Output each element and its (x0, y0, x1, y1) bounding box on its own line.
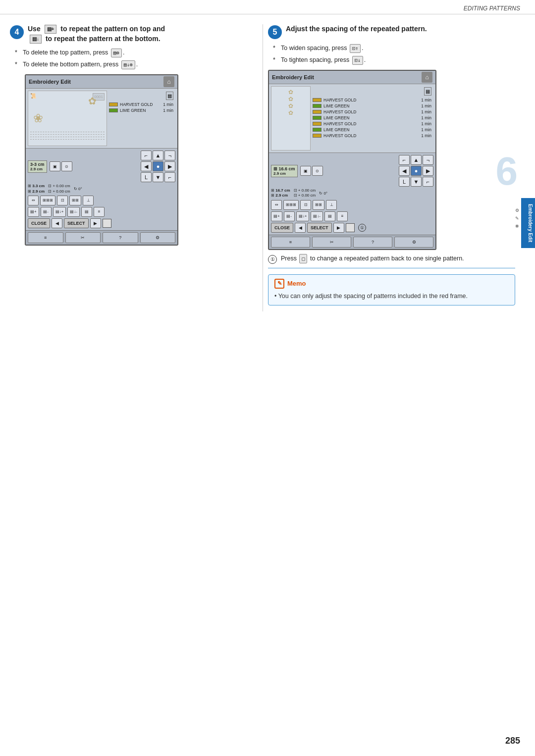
spacing-btn[interactable]: ⊡ (57, 196, 68, 205)
pos-row-left: ⊞ 3.3 cm ⊞ 2.9 cm ⊡ + 0.00 cm ⊡ + 0.00 c… (28, 184, 175, 194)
repeat-btn-4[interactable]: ▤↓- (67, 207, 80, 217)
next-arrow-right[interactable]: ▶ (333, 223, 344, 233)
repeat-r-btn-1[interactable]: ▤+ (271, 211, 282, 221)
icon-edit: ✎ (515, 216, 519, 221)
btn-r-left[interactable]: ◀ (399, 166, 410, 176)
btn-r-center[interactable]: ● (411, 166, 422, 176)
color-icon-1[interactable]: ▣ (50, 161, 60, 171)
align-btn[interactable]: ⊥ (83, 196, 94, 205)
dashed-lines-left (30, 132, 105, 142)
btn-top-left-corner[interactable]: ⌐ (141, 151, 152, 160)
small-square-right[interactable] (346, 223, 355, 232)
multi2-btn-r[interactable]: ⊞⊞ (313, 200, 324, 210)
repeat-btn-2[interactable]: ▤- (41, 207, 52, 217)
extra-icon: ❋ (515, 224, 519, 229)
memo-title: ✎ Memo (274, 279, 509, 289)
swatch-r-green-2 (313, 116, 321, 120)
btn-up[interactable]: ▲ (153, 151, 163, 160)
btn-r-bl[interactable]: L (399, 177, 410, 187)
color-icon-r1[interactable]: ▣ (300, 166, 311, 176)
btn-r-tr[interactable]: ¬ (423, 155, 433, 165)
repeat-btn-3[interactable]: ▤↓+ (53, 207, 66, 217)
nav-menu-right[interactable]: ≡ (271, 237, 310, 248)
flower-icon-top: ✿ (88, 95, 97, 107)
btn-bot-right-corner[interactable]: ⌐ (164, 172, 175, 182)
btn-r-tl[interactable]: ⌐ (399, 155, 410, 165)
multi-btn-r[interactable]: ⊞⊞⊞ (283, 200, 299, 210)
repeat-btn-5[interactable]: ▤ (81, 207, 92, 217)
repeat-top-icon: ▤+ (45, 25, 57, 34)
prev-arrow-right[interactable]: ◀ (295, 223, 306, 233)
home-icon-left[interactable]: ⌂ (163, 76, 174, 87)
btn-bot-left-corner[interactable]: L (141, 172, 152, 182)
emb-pattern-right: ✿ ✿ ✿ ✿ (271, 86, 311, 151)
select-button-left[interactable]: SELECT (64, 218, 89, 228)
btn-right[interactable]: ▶ (164, 161, 175, 171)
repeat-r-btn-2[interactable]: ▤- (284, 211, 295, 221)
emb-nav-right: ≡ ✂ ? ⚙ (269, 235, 435, 249)
repeat-r-btn-4[interactable]: ▤↓- (311, 211, 323, 221)
close-button-left[interactable]: CLOSE (28, 218, 50, 228)
swatch-r-green-1 (313, 104, 321, 108)
next-arrow-left[interactable]: ▶ (90, 218, 101, 228)
thread-right-3: HARVEST GOLD 1 min (313, 109, 431, 114)
swatch-r-gold-1 (313, 98, 321, 102)
repeat-row-right: ▤+ ▤- ▤↓+ ▤↓- ▤ ≡ (271, 211, 433, 221)
multi-btn[interactable]: ⊞⊞⊞ (40, 196, 55, 205)
nav-stitch-left[interactable]: ✂ (65, 232, 101, 243)
edit-icon: ✎ (515, 216, 519, 221)
btn-down[interactable]: ▼ (153, 172, 163, 182)
mirror-row-right: ⇔ ⊞⊞⊞ ⊡ ⊞⊞ ⊥ (271, 200, 433, 210)
multi2-btn[interactable]: ⊞⊞ (69, 196, 81, 205)
repeat-r-btn-3[interactable]: ▤↓+ (296, 211, 310, 221)
nav-menu-left[interactable]: ≡ (28, 232, 63, 243)
flip-h-btn-r[interactable]: ⇔ (271, 200, 282, 210)
btn-r-up[interactable]: ▲ (411, 155, 422, 165)
prev-arrow-left[interactable]: ◀ (52, 218, 62, 228)
left-column: 4 Use ▤+ to repeat the pattern on top an… (10, 24, 263, 311)
home-icon-right[interactable]: ⌂ (422, 72, 432, 83)
btn-r-right[interactable]: ▶ (423, 166, 433, 176)
color-icon-r2[interactable]: ⊙ (312, 166, 323, 176)
color-icon-2[interactable]: ⊙ (61, 161, 72, 171)
repeat-r-btn-5[interactable]: ▤ (324, 211, 335, 221)
step4-header: 4 Use ▤+ to repeat the pattern on top an… (10, 24, 253, 44)
rotation-display-right: ↻ 0° (319, 191, 327, 196)
select-button-right[interactable]: SELECT (307, 223, 332, 233)
memo-separator (268, 268, 515, 268)
step5-title: Adjust the spacing of the repeated patte… (286, 24, 427, 34)
tighten-btn-icon: ⊡↓ (352, 56, 363, 65)
memo-box: ✎ Memo • You can only adjust the spacing… (268, 274, 515, 305)
note-text-1: Press □ to change a repeated pattern bac… (281, 254, 464, 263)
small-square-left[interactable] (103, 219, 111, 228)
spacing-btn-r[interactable]: ⊡ (300, 200, 311, 210)
ctrl-xy-right: ⊞ 16.7 cm ⊞ 2.9 cm (271, 188, 290, 199)
thread-right-2: LIME GREEN 1 min (313, 103, 431, 108)
step4-bullet-2: To delete the bottom pattern, press ▤↓⊗. (15, 60, 253, 69)
nav-help-right[interactable]: ? (353, 237, 392, 248)
size-row-left: 3-3 cm 2.9 cm ▣ ⊙ ⌐ ▲ ¬ ◀ (28, 151, 175, 182)
align-btn-r[interactable]: ⊥ (326, 200, 337, 210)
btn-top-right-corner[interactable]: ¬ (164, 151, 175, 160)
pattern-mini-icon: ▦ (166, 92, 173, 100)
repeat-r-btn-6[interactable]: ≡ (337, 211, 348, 221)
btn-r-br[interactable]: ⌐ (423, 177, 433, 187)
emb-nav-left: ≡ ✂ ? ⚙ (26, 230, 177, 245)
nav-stitch-right[interactable]: ✂ (312, 237, 351, 248)
repeat-btn-6[interactable]: ≡ (94, 207, 105, 217)
btn-r-down[interactable]: ▼ (411, 177, 422, 187)
nav-settings-right[interactable]: ⚙ (394, 237, 433, 248)
btn-center[interactable]: ● (153, 161, 163, 171)
step5-circle: 5 (268, 25, 282, 39)
nav-help-left[interactable]: ? (103, 232, 138, 243)
thread-right-6: LIME GREEN 1 min (313, 127, 431, 132)
btn-left[interactable]: ◀ (141, 161, 152, 171)
step4-bullet-1: To delete the top pattern, press ▤⊗. (15, 49, 253, 57)
emb-screen-right: Embroidery Edit ⌂ ✿ ✿ ✿ ✿ (268, 70, 436, 250)
flip-h-btn[interactable]: ⇔ (28, 196, 39, 205)
close-button-right[interactable]: CLOSE (271, 223, 293, 233)
settings-icon: ⚙ (515, 208, 519, 213)
pattern-preview-area: ▦ (109, 92, 173, 100)
repeat-btn-1[interactable]: ▤+ (28, 207, 39, 217)
nav-settings-left[interactable]: ⚙ (140, 232, 176, 243)
